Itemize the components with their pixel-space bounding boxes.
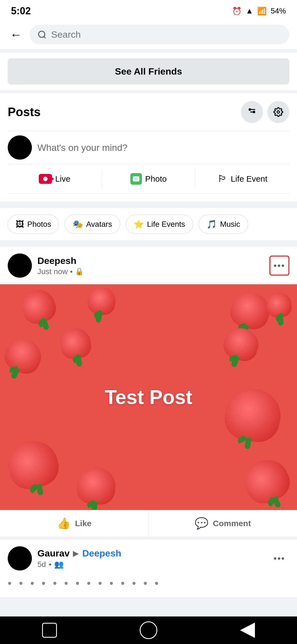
live-button[interactable]: Live [8, 170, 102, 188]
life-events-tag-label: Life Events [147, 220, 185, 229]
nav-circle-icon [140, 621, 157, 639]
tag-music[interactable]: 🎵 Music [199, 215, 248, 234]
shared-to-arrow-icon: ▶ [73, 549, 79, 558]
three-dots-icon-1: ••• [274, 261, 285, 271]
signal-icon: 📶 [257, 7, 267, 16]
avatars-tag-icon: 🎭 [73, 219, 83, 229]
photos-tag-label: Photos [27, 220, 51, 229]
battery-level: 54% [271, 7, 286, 15]
post-shared-to: Deepesh [82, 548, 121, 559]
post-header-2: Gaurav ▶ Deepesh 5d • 👥 ••• [0, 540, 297, 577]
music-tag-label: Music [220, 220, 240, 229]
post-preview-text: • • • • • • • • • • • • • • [0, 577, 297, 597]
lock-icon: 🔒 [75, 267, 84, 276]
nav-square-button[interactable] [38, 619, 61, 641]
divider-3 [0, 240, 297, 244]
svg-point-4 [249, 109, 251, 110]
post-user-info-2: Gaurav ▶ Deepesh 5d • 👥 [8, 546, 121, 571]
filter-icon [247, 107, 257, 117]
avatars-tag-label: Avatars [86, 220, 112, 229]
search-input[interactable] [51, 29, 282, 40]
status-bar: 5:02 ⏰ ▲ 📶 54% [0, 0, 297, 20]
whats-on-mind-row[interactable]: What's on your mind? [8, 131, 289, 164]
search-icon [37, 30, 47, 40]
tag-avatars[interactable]: 🎭 Avatars [65, 215, 120, 234]
svg-point-9 [135, 178, 137, 180]
posts-title: Posts [8, 105, 41, 119]
back-button[interactable]: ← [8, 26, 24, 43]
settings-button[interactable] [267, 101, 289, 123]
life-event-button[interactable]: 🏳 Life Event [196, 169, 289, 189]
status-icons: ⏰ ▲ 📶 54% [232, 7, 286, 16]
post-time-deepesh: Just now • 🔒 [37, 267, 84, 276]
post-user-details: Deepesh Just now • 🔒 [37, 255, 84, 276]
like-button[interactable]: 👍 Like [0, 510, 149, 536]
post-image-text: Test Post [105, 386, 193, 408]
photo-icon [130, 173, 142, 185]
flag-icon: 🏳 [218, 173, 227, 185]
tag-life-events[interactable]: ⭐ Life Events [126, 215, 193, 234]
status-time: 5:02 [11, 5, 31, 17]
back-arrow-icon: ← [10, 28, 22, 42]
post-card-2: Gaurav ▶ Deepesh 5d • 👥 ••• • • • • • • … [0, 540, 297, 597]
tag-photos[interactable]: 🖼 Photos [8, 215, 59, 234]
nav-home-button[interactable] [138, 619, 160, 641]
friends-icon: 👥 [54, 560, 64, 569]
live-label: Live [55, 174, 70, 184]
photo-label: Photo [145, 174, 167, 184]
more-options-button-2[interactable]: ••• [270, 549, 289, 568]
post-engagement-actions: 👍 Like 💬 Comment [0, 510, 297, 536]
svg-point-0 [38, 31, 45, 37]
wifi-icon: ▲ [246, 7, 253, 15]
like-label: Like [75, 519, 92, 528]
svg-point-6 [277, 111, 280, 113]
see-all-friends-button[interactable]: See All Friends [8, 58, 289, 84]
music-tag-icon: 🎵 [207, 219, 217, 229]
three-dots-icon-2: ••• [274, 553, 285, 564]
post-user-info-1: Deepesh Just now • 🔒 [8, 253, 84, 278]
nav-square-icon [42, 623, 57, 638]
post-username-deepesh: Deepesh [37, 255, 84, 266]
alarm-icon: ⏰ [232, 7, 242, 16]
svg-line-1 [44, 36, 46, 38]
bottom-navigation [0, 616, 297, 644]
posts-header: Posts [8, 101, 289, 123]
user-avatar [8, 135, 32, 160]
live-icon [39, 174, 52, 184]
post-image-1: Test Post [0, 284, 297, 510]
post-card-1: Deepesh Just now • 🔒 ••• Test Post [0, 247, 297, 536]
post-user-details-2: Gaurav ▶ Deepesh 5d • 👥 [37, 548, 121, 569]
mind-placeholder: What's on your mind? [37, 142, 128, 153]
comment-label: Comment [213, 519, 251, 528]
svg-point-5 [253, 111, 255, 113]
posts-header-actions [241, 101, 289, 123]
divider-1 [0, 90, 297, 93]
divider-2 [0, 201, 297, 205]
see-all-friends-section: See All Friends [0, 53, 297, 90]
filter-button[interactable] [241, 101, 263, 123]
posts-section: Posts What's on your mind? [0, 93, 297, 201]
life-events-tag-icon: ⭐ [134, 219, 144, 229]
post-avatar-deepesh [8, 253, 32, 278]
post-username-gaurav: Gaurav [37, 548, 70, 559]
comment-button[interactable]: 💬 Comment [149, 510, 297, 536]
post-avatar-gaurav [8, 546, 32, 571]
nav-back-button[interactable] [237, 619, 258, 641]
post-header-1: Deepesh Just now • 🔒 ••• [0, 247, 297, 284]
nav-triangle-icon [240, 623, 255, 638]
post-time-gaurav: 5d • 👥 [37, 560, 121, 569]
gear-icon [273, 107, 283, 117]
photos-tag-icon: 🖼 [16, 220, 24, 229]
search-bar-row: ← [0, 20, 297, 50]
photo-button[interactable]: Photo [102, 169, 196, 189]
comment-icon: 💬 [195, 517, 208, 530]
search-wrapper[interactable] [30, 25, 289, 44]
like-icon: 👍 [57, 517, 71, 530]
more-options-button-1[interactable]: ••• [270, 256, 289, 275]
tags-section: 🖼 Photos 🎭 Avatars ⭐ Life Events 🎵 Music [0, 208, 297, 240]
life-event-label: Life Event [231, 174, 267, 184]
post-type-actions: Live Photo 🏳 Life Event [8, 164, 289, 194]
